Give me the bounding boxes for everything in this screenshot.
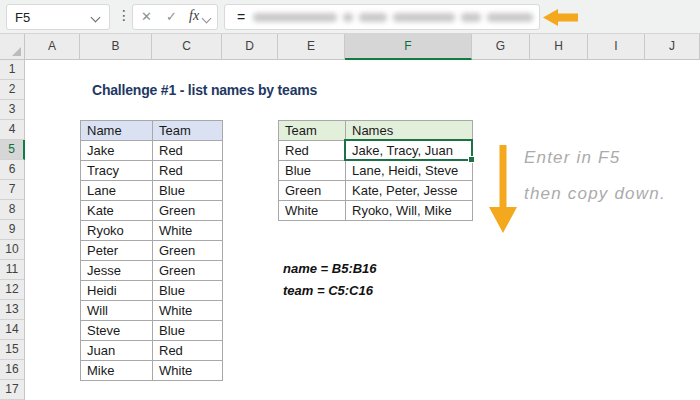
named-range-note-2: team = C5:C16 <box>283 283 373 298</box>
table-cell[interactable]: Will <box>81 301 153 321</box>
table-cell[interactable]: White <box>279 201 346 221</box>
row-header-1[interactable]: 1 <box>0 60 25 80</box>
name-box[interactable]: F5 <box>6 4 110 30</box>
column-header-A[interactable]: A <box>25 34 80 60</box>
table-cell[interactable]: Green <box>153 261 223 281</box>
fx-chevron-down-icon[interactable] <box>203 15 211 23</box>
column-header-J[interactable]: J <box>645 34 700 60</box>
page-title: Challenge #1 - list names by teams <box>92 80 317 100</box>
table-row: SteveBlue <box>81 321 223 341</box>
select-all-triangle-icon <box>12 47 21 56</box>
formula-bar: F5 ⋮ ✕ ✓ fx = <box>0 0 700 34</box>
formula-input[interactable]: = <box>224 4 540 30</box>
table-cell[interactable]: White <box>153 221 223 241</box>
table-cell[interactable]: Red <box>153 141 223 161</box>
table-row: HeidiBlue <box>81 281 223 301</box>
table-cell[interactable]: Red <box>153 161 223 181</box>
table-cell[interactable]: Ryoko, Will, Mike <box>346 201 473 221</box>
table-cell[interactable]: Blue <box>279 161 346 181</box>
table-cell[interactable]: Juan <box>81 341 153 361</box>
row-header-16[interactable]: 16 <box>0 360 25 380</box>
row-header-13[interactable]: 13 <box>0 300 25 320</box>
note-line-2: then copy down. <box>524 184 666 204</box>
row-header-2[interactable]: 2 <box>0 80 25 100</box>
table-row: TracyRed <box>81 161 223 181</box>
table-cell[interactable]: Kate <box>81 201 153 221</box>
column-header-D[interactable]: D <box>222 34 278 60</box>
table-row: RedJake, Tracy, Juan <box>279 141 473 161</box>
row-header-6[interactable]: 6 <box>0 160 25 180</box>
table-row: LaneBlue <box>81 181 223 201</box>
table-row: GreenKate, Peter, Jesse <box>279 181 473 201</box>
column-header-C[interactable]: C <box>152 34 222 60</box>
table-cell[interactable]: Mike <box>81 361 153 381</box>
formula-buttons: ✕ ✓ fx <box>132 4 218 30</box>
table-row: JakeRed <box>81 141 223 161</box>
table-row: BlueLane, Heidi, Steve <box>279 161 473 181</box>
chevron-down-icon[interactable] <box>92 14 100 22</box>
table-cell[interactable]: Lane, Heidi, Steve <box>346 161 473 181</box>
select-all-button[interactable] <box>0 34 25 60</box>
table-cell[interactable]: Green <box>153 201 223 221</box>
table-cell[interactable]: Jake <box>81 141 153 161</box>
table-cell[interactable]: Kate, Peter, Jesse <box>346 181 473 201</box>
table-header-cell[interactable]: Team <box>279 121 346 141</box>
table-cell[interactable]: Lane <box>81 181 153 201</box>
named-range-note-1: name = B5:B16 <box>283 261 377 276</box>
row-header-3[interactable]: 3 <box>0 100 25 120</box>
column-header-F[interactable]: F <box>345 34 472 60</box>
formula-pointer-arrow-icon <box>543 9 579 26</box>
column-header-H[interactable]: H <box>530 34 588 60</box>
row-header-12[interactable]: 12 <box>0 280 25 300</box>
excel-window: F5 ⋮ ✕ ✓ fx = ABCDEFG <box>0 0 700 400</box>
table-cell[interactable]: Steve <box>81 321 153 341</box>
table-row: KateGreen <box>81 201 223 221</box>
table-cell[interactable]: White <box>153 361 223 381</box>
row-header-7[interactable]: 7 <box>0 180 25 200</box>
table-header-cell[interactable]: Team <box>153 121 223 141</box>
table-cell[interactable]: Peter <box>81 241 153 261</box>
table-row: WhiteRyoko, Will, Mike <box>279 201 473 221</box>
row-header-17[interactable]: 17 <box>0 380 25 400</box>
table-cell[interactable]: Jake, Tracy, Juan <box>346 141 473 161</box>
cancel-icon[interactable]: ✕ <box>141 9 152 24</box>
row-header-8[interactable]: 8 <box>0 200 25 220</box>
row-header-10[interactable]: 10 <box>0 240 25 260</box>
formula-equals: = <box>237 9 245 25</box>
insert-function-icon[interactable]: fx <box>189 8 199 24</box>
row-header-5[interactable]: 5 <box>0 140 25 160</box>
row-header-15[interactable]: 15 <box>0 340 25 360</box>
table-cell[interactable]: Green <box>153 241 223 261</box>
more-options-icon[interactable]: ⋮ <box>117 7 131 23</box>
result-table: TeamNamesRedJake, Tracy, JuanBlueLane, H… <box>278 120 473 221</box>
table-cell[interactable]: Jesse <box>81 261 153 281</box>
table-cell[interactable]: Blue <box>153 181 223 201</box>
row-header-4[interactable]: 4 <box>0 120 25 140</box>
table-cell[interactable]: Ryoko <box>81 221 153 241</box>
redacted-formula <box>253 13 533 22</box>
column-header-E[interactable]: E <box>278 34 345 60</box>
table-cell[interactable]: Blue <box>153 281 223 301</box>
row-header-9[interactable]: 9 <box>0 220 25 240</box>
table-row: JuanRed <box>81 341 223 361</box>
table-cell[interactable]: Heidi <box>81 281 153 301</box>
column-header-B[interactable]: B <box>80 34 152 60</box>
source-table: NameTeamJakeRedTracyRedLaneBlueKateGreen… <box>80 120 223 381</box>
table-header-cell[interactable]: Name <box>81 121 153 141</box>
table-header-cell[interactable]: Names <box>346 121 473 141</box>
table-header-row: NameTeam <box>81 121 223 141</box>
copy-down-arrow-icon <box>487 143 519 235</box>
table-cell[interactable]: Tracy <box>81 161 153 181</box>
table-cell[interactable]: Red <box>153 341 223 361</box>
table-cell[interactable]: Green <box>279 181 346 201</box>
table-row: MikeWhite <box>81 361 223 381</box>
table-cell[interactable]: Red <box>279 141 346 161</box>
enter-icon[interactable]: ✓ <box>166 9 177 24</box>
row-header-11[interactable]: 11 <box>0 260 25 280</box>
row-header-14[interactable]: 14 <box>0 320 25 340</box>
table-cell[interactable]: White <box>153 301 223 321</box>
column-header-G[interactable]: G <box>472 34 530 60</box>
column-header-I[interactable]: I <box>588 34 645 60</box>
table-row: JesseGreen <box>81 261 223 281</box>
table-cell[interactable]: Blue <box>153 321 223 341</box>
